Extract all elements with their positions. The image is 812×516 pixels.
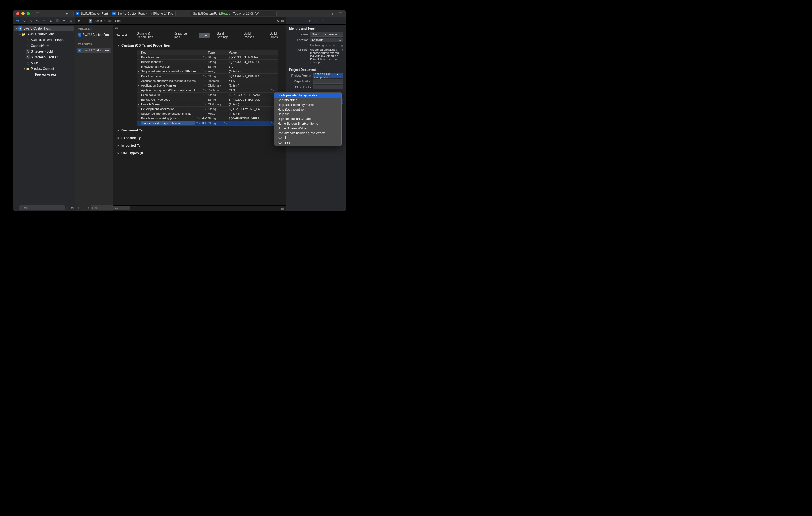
- jumpbar-crumb[interactable]: SwiftUICustomFont: [94, 19, 121, 23]
- chevron-right-icon[interactable]: ▸: [138, 84, 139, 87]
- plist-type-cell[interactable]: String: [208, 117, 229, 120]
- disclosure-triangle-icon[interactable]: ▾: [15, 27, 18, 30]
- plist-row[interactable]: ▸Launch Screen⌃⌄Dictionary(1 item): [137, 102, 278, 107]
- dropdown-item[interactable]: High Resolution Capable: [274, 117, 341, 121]
- chevron-right-icon[interactable]: ▸: [138, 113, 139, 115]
- tab-build-rules[interactable]: Build Rules: [267, 31, 286, 40]
- add-row-icon[interactable]: ⊕: [202, 117, 205, 120]
- plist-type-cell[interactable]: String: [208, 108, 229, 111]
- key-popup-icon[interactable]: ⌃⌄: [196, 117, 200, 120]
- source-control-navigator-icon[interactable]: ⌥: [22, 19, 26, 23]
- reveal-in-finder-icon[interactable]: ➜: [341, 48, 343, 52]
- organization-field[interactable]: [313, 79, 343, 84]
- choose-folder-icon[interactable]: ▤: [340, 43, 343, 47]
- tab-signing-capabilities[interactable]: Signing & Capabilities: [134, 31, 166, 40]
- project-format-select[interactable]: Xcode 14.0-compatible⌃⌄: [313, 73, 343, 78]
- dropdown-item[interactable]: Home Screen Shortcut Items: [274, 121, 341, 126]
- run-destination-selector[interactable]: ✦ SwiftUICustomFont › ▢ iPhone 14 Pro: [110, 11, 175, 17]
- debug-filter-icon[interactable]: ▥: [281, 207, 284, 210]
- plist-row[interactable]: ▸Application Scene Manifest⌃⌄Dictionary(…: [137, 83, 278, 88]
- plist-value-cell[interactable]: $(CURRENT_PROJEC: [229, 74, 278, 78]
- plist-value-cell[interactable]: YES⌃⌄: [229, 89, 278, 92]
- plist-row[interactable]: ▸Supported interface orientations (iPhon…: [137, 69, 278, 74]
- key-popup-icon[interactable]: ⌃⌄: [203, 74, 207, 78]
- plist-row[interactable]: Bundle OS Type code⌃⌄String$(PRODUCT_BUN…: [137, 97, 278, 102]
- plist-row[interactable]: Development localization⌃⌄String$(DEVELO…: [137, 107, 278, 111]
- key-popup-icon[interactable]: ⌃⌄: [203, 79, 207, 82]
- custom-target-properties-header[interactable]: ▾ Custom iOS Target Properties: [117, 42, 283, 50]
- key-popup-icon[interactable]: ⌃⌄: [203, 108, 207, 110]
- back-button[interactable]: ‹: [82, 19, 83, 23]
- refresh-icon[interactable]: ⟲: [277, 19, 279, 23]
- plist-value-cell[interactable]: (1 item): [229, 103, 278, 106]
- dropdown-item[interactable]: Help file: [274, 112, 341, 117]
- find-navigator-icon[interactable]: 🔍︎: [35, 19, 39, 23]
- plist-value-cell[interactable]: $(MARKETING_VERSI: [229, 117, 278, 120]
- plist-type-cell[interactable]: Boolean: [208, 79, 229, 82]
- plist-key-cell[interactable]: Application requires iPhone environment⌃…: [137, 89, 208, 92]
- run-button[interactable]: [64, 11, 69, 16]
- plist-value-cell[interactable]: $(PRODUCT_NAME): [229, 56, 278, 59]
- plist-type-cell[interactable]: String ⌃⌄: [208, 122, 229, 125]
- add-file-button[interactable]: ＋: [14, 206, 18, 210]
- plist-value-cell[interactable]: (4 items): [229, 112, 278, 115]
- plist-key-cell[interactable]: Development localization⌃⌄: [137, 108, 208, 111]
- report-navigator-icon[interactable]: ▭: [68, 19, 73, 23]
- plist-key-cell[interactable]: Application supports indirect input even…: [137, 79, 208, 82]
- plist-row[interactable]: Application supports indirect input even…: [137, 79, 278, 83]
- activity-status[interactable]: SwiftUICustomFont: Ready | Today at 11:0…: [190, 11, 277, 17]
- name-field[interactable]: SwiftUICustomFont: [310, 32, 343, 37]
- value-popup-icon[interactable]: ⌃⌄: [271, 79, 275, 82]
- plist-value-cell[interactable]: (3 items): [229, 70, 278, 73]
- recent-files-icon[interactable]: ◷: [66, 206, 69, 210]
- collapsed-group[interactable]: ▸Imported Ty: [117, 141, 283, 149]
- type-popup-icon[interactable]: ⌃⌄: [223, 122, 227, 124]
- key-popup-icon[interactable]: ⌃⌄: [196, 122, 200, 124]
- collapsed-group[interactable]: ▸Document Ty: [117, 126, 283, 133]
- chevron-right-icon[interactable]: ▸: [138, 103, 139, 105]
- tab-general[interactable]: General: [113, 33, 129, 38]
- plist-value-cell[interactable]: $(DEVELOPMENT_LA: [229, 108, 278, 111]
- disclosure-triangle-icon[interactable]: ▾: [23, 67, 26, 70]
- plist-type-cell[interactable]: Dictionary: [208, 103, 229, 106]
- plist-type-cell[interactable]: String: [208, 60, 229, 63]
- key-popup-icon[interactable]: ⌃⌄: [203, 103, 207, 105]
- add-editor-button[interactable]: ＋: [330, 10, 335, 17]
- history-inspector-icon[interactable]: ◷: [316, 19, 318, 23]
- value-popup-icon[interactable]: ⌃⌄: [271, 89, 275, 91]
- chevron-right-icon[interactable]: ▸: [138, 70, 139, 73]
- plist-new-row[interactable]: ⌃⌄ ⊕ ⊖ String ⌃⌄: [137, 121, 278, 125]
- plist-type-cell[interactable]: String: [208, 74, 229, 78]
- plist-type-cell[interactable]: Array: [208, 112, 229, 115]
- plist-row[interactable]: InfoDictionary version⌃⌄String6.0: [137, 64, 278, 69]
- forward-button[interactable]: ›: [86, 19, 87, 23]
- key-popup-icon[interactable]: ⌃⌄: [203, 84, 207, 87]
- symbol-navigator-icon[interactable]: ◇: [29, 19, 33, 23]
- tree-item[interactable]: ▾📁Preview Content: [13, 66, 75, 72]
- target-item[interactable]: ✦ SwiftUICustomFont: [77, 48, 111, 53]
- plist-row[interactable]: Bundle version string (short)⌃⌄⊕⊖String$…: [137, 116, 278, 121]
- key-popup-icon[interactable]: ⌃⌄: [203, 70, 207, 73]
- remove-target-button[interactable]: －: [82, 206, 85, 210]
- add-row-icon[interactable]: ⊕: [202, 121, 205, 125]
- remove-row-icon[interactable]: ⊖: [205, 117, 207, 120]
- dropdown-item[interactable]: Help Book directory name: [274, 102, 341, 107]
- key-popup-icon[interactable]: ⌃⌄: [203, 60, 207, 63]
- scheme-selector[interactable]: ✦ SwiftUICustomFont: [73, 11, 110, 17]
- key-popup-icon[interactable]: ⌃⌄: [203, 112, 207, 115]
- collapsed-group[interactable]: ▸URL Types (0: [117, 149, 283, 156]
- plist-key-cell[interactable]: ▸Supported interface orientations (iPad)…: [137, 112, 208, 115]
- breakpoint-navigator-icon[interactable]: ⬒: [62, 19, 66, 23]
- dropdown-item[interactable]: Icon already includes gloss effects: [274, 131, 341, 135]
- tab-build-settings[interactable]: Build Settings: [214, 31, 236, 40]
- file-inspector-icon[interactable]: 📄︎: [309, 19, 312, 23]
- plist-key-cell[interactable]: ▸Launch Screen⌃⌄: [137, 103, 208, 106]
- plist-row[interactable]: Bundle version⌃⌄String$(CURRENT_PROJEC: [137, 74, 278, 79]
- disclosure-triangle-icon[interactable]: ▾: [18, 33, 22, 36]
- dropdown-item[interactable]: Fonts provided by application: [274, 93, 341, 98]
- minimize-window-button[interactable]: [22, 12, 25, 15]
- plist-key-cell[interactable]: ▸Supported interface orientations (iPhon…: [137, 70, 208, 73]
- issue-navigator-icon[interactable]: ⚠︎: [42, 19, 46, 23]
- plist-key-editing[interactable]: ⌃⌄ ⊕ ⊖: [137, 121, 208, 125]
- plist-value-cell[interactable]: ⌃⌄: [229, 122, 278, 124]
